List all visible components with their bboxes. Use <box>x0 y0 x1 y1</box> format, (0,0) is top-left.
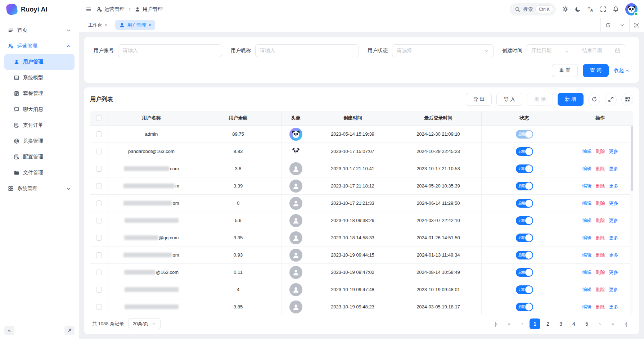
row-checkbox[interactable] <box>96 200 102 206</box>
status-toggle[interactable]: 启用 <box>516 216 533 225</box>
menu-toggle-icon[interactable] <box>86 6 91 12</box>
row-checkbox[interactable] <box>96 252 102 258</box>
row-checkbox[interactable] <box>96 166 102 172</box>
column-settings-icon[interactable] <box>621 94 633 105</box>
page-button-4[interactable]: 4 <box>568 318 579 329</box>
select-all-checkbox[interactable] <box>96 115 102 121</box>
page-button-2[interactable]: 2 <box>542 318 553 329</box>
edit-link[interactable]: 编辑 <box>582 286 592 293</box>
delete-link[interactable]: 删除 <box>596 183 605 189</box>
row-checkbox[interactable] <box>96 149 102 154</box>
close-icon[interactable]: × <box>149 22 152 28</box>
delete-link[interactable]: 删除 <box>596 200 605 207</box>
more-link[interactable]: 更多 <box>609 304 618 310</box>
edit-link[interactable]: 编辑 <box>582 183 592 189</box>
sidebar-item-pay-orders[interactable]: 支付订单 <box>4 117 75 133</box>
fullscreen-icon[interactable] <box>600 6 606 12</box>
row-checkbox[interactable] <box>96 218 102 223</box>
delete-link[interactable]: 删除 <box>596 304 605 310</box>
more-link[interactable]: 更多 <box>609 166 618 172</box>
edit-link[interactable]: 编辑 <box>582 217 592 224</box>
collapse-sidebar-button[interactable]: « <box>4 326 14 335</box>
row-checkbox[interactable] <box>96 131 102 137</box>
next-page-button[interactable]: › <box>594 318 605 329</box>
user-avatar[interactable] <box>625 3 638 15</box>
sidebar-item-operations[interactable]: 运营管理 <box>4 38 75 54</box>
expand-table-icon[interactable] <box>605 94 617 105</box>
sidebar-item-redeem[interactable]: 兑换管理 <box>4 133 75 149</box>
status-toggle[interactable]: 启用 <box>516 164 533 173</box>
more-link[interactable]: 更多 <box>609 269 618 276</box>
notifications-icon[interactable] <box>613 6 619 12</box>
status-toggle[interactable]: 启用 <box>516 251 533 259</box>
delete-link[interactable]: 删除 <box>596 217 605 224</box>
content-fullscreen-icon[interactable] <box>630 18 644 32</box>
page-button-5[interactable]: 5 <box>581 318 592 329</box>
more-link[interactable]: 更多 <box>609 148 618 155</box>
first-page-button[interactable]: |‹ <box>491 318 501 329</box>
sidebar-item-system[interactable]: 系统管理 <box>4 181 75 196</box>
account-input[interactable]: 请输入 <box>118 44 222 57</box>
sidebar-item-config[interactable]: 配置管理 <box>4 149 75 165</box>
search-button[interactable]: 查 询 <box>583 64 609 77</box>
more-link[interactable]: 更多 <box>609 252 618 258</box>
more-link[interactable]: 更多 <box>609 286 618 293</box>
delete-link[interactable]: 删除 <box>596 269 605 276</box>
row-checkbox[interactable] <box>96 183 102 189</box>
page-button-3[interactable]: 3 <box>555 318 566 329</box>
page-button-1[interactable]: 1 <box>530 318 540 329</box>
date-range-input[interactable]: 开始日期 → 结束日期 <box>527 44 625 57</box>
more-link[interactable]: 更多 <box>609 200 618 207</box>
tab-workbench[interactable]: 工作台 × <box>84 20 112 30</box>
dark-mode-icon[interactable] <box>575 6 581 12</box>
refresh-table-icon[interactable] <box>588 94 600 105</box>
collapse-filter-link[interactable]: 收起 <box>614 67 630 74</box>
tab-user-management[interactable]: 用户管理 × <box>115 20 156 30</box>
more-link[interactable]: 更多 <box>609 217 618 224</box>
status-toggle[interactable]: 启用 <box>516 147 533 156</box>
row-checkbox[interactable] <box>96 235 102 241</box>
row-checkbox[interactable] <box>96 304 102 310</box>
breadcrumb-operations[interactable]: 运营管理 <box>96 6 125 13</box>
close-icon[interactable]: × <box>105 22 108 28</box>
export-button[interactable]: 导 出 <box>466 93 492 106</box>
global-search[interactable]: 搜索 Ctrl K <box>510 3 556 15</box>
edit-link[interactable]: 编辑 <box>582 252 592 258</box>
sidebar-item-home[interactable]: 首页 <box>4 22 75 38</box>
status-toggle[interactable]: 启用 <box>516 285 533 294</box>
edit-link[interactable]: 编辑 <box>582 200 592 207</box>
delete-link[interactable]: 删除 <box>596 286 605 293</box>
settings-icon[interactable] <box>562 6 568 12</box>
reset-button[interactable]: 重 置 <box>552 64 578 77</box>
status-toggle[interactable]: 启用 <box>516 234 533 242</box>
pin-sidebar-button[interactable] <box>64 326 75 335</box>
more-link[interactable]: 更多 <box>609 235 618 241</box>
add-button[interactable]: 新 增 <box>558 93 584 106</box>
language-icon[interactable]: 文A <box>587 6 594 12</box>
row-checkbox[interactable] <box>96 287 102 293</box>
sidebar-item-files[interactable]: 文件管理 <box>4 165 75 181</box>
prev-5-button[interactable]: « <box>504 318 514 329</box>
import-button[interactable]: 导 入 <box>496 93 522 106</box>
sidebar-item-models[interactable]: 系统模型 <box>4 70 75 86</box>
nickname-input[interactable]: 请输入 <box>255 44 359 57</box>
delete-link[interactable]: 删除 <box>596 166 605 172</box>
status-select[interactable]: 请选择 <box>392 44 494 57</box>
status-toggle[interactable]: 启用 <box>516 303 533 311</box>
refresh-tab-icon[interactable] <box>601 18 615 32</box>
prev-page-button[interactable]: ‹ <box>517 318 527 329</box>
last-page-button[interactable]: ›| <box>620 318 631 329</box>
edit-link[interactable]: 编辑 <box>582 235 592 241</box>
delete-button[interactable]: 删 除 <box>527 93 553 106</box>
sidebar-item-plans[interactable]: 套餐管理 <box>4 86 75 101</box>
table-scrollbar[interactable] <box>630 126 633 315</box>
sidebar-item-chat-messages[interactable]: 聊天消息 <box>4 101 75 117</box>
delete-link[interactable]: 删除 <box>596 252 605 258</box>
edit-link[interactable]: 编辑 <box>582 304 592 310</box>
breadcrumb-users[interactable]: 用户管理 <box>135 6 163 13</box>
row-checkbox[interactable] <box>96 270 102 275</box>
sidebar-item-users[interactable]: 用户管理 <box>4 54 75 70</box>
delete-link[interactable]: 删除 <box>596 148 605 155</box>
edit-link[interactable]: 编辑 <box>582 148 592 155</box>
status-toggle[interactable]: 启用 <box>516 130 533 139</box>
